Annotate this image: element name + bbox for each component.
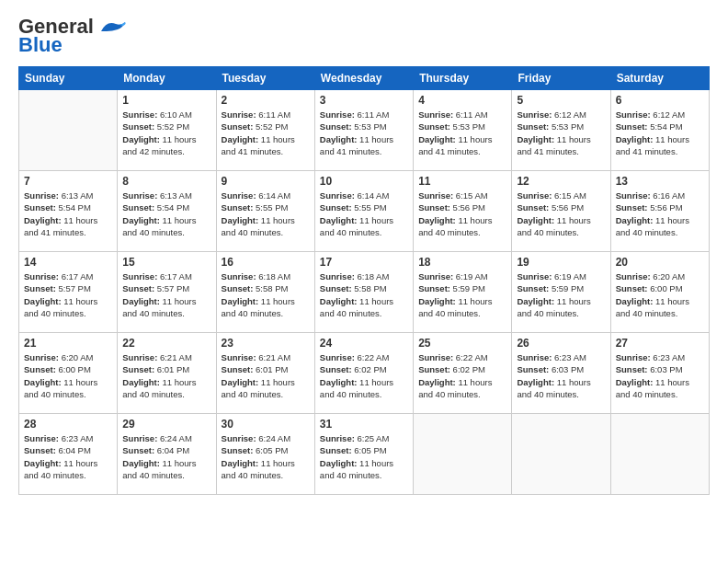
day-info: Sunrise: 6:19 AMSunset: 5:59 PMDaylight:…: [418, 270, 506, 319]
weekday-header: Wednesday: [314, 67, 413, 90]
calendar-week-row: 1Sunrise: 6:10 AMSunset: 5:52 PMDaylight…: [19, 90, 710, 171]
calendar-cell: 18Sunrise: 6:19 AMSunset: 5:59 PMDayligh…: [414, 252, 512, 333]
weekday-header: Saturday: [610, 67, 709, 90]
calendar-cell: 27Sunrise: 6:23 AMSunset: 6:03 PMDayligh…: [610, 333, 709, 414]
day-info: Sunrise: 6:21 AMSunset: 6:01 PMDaylight:…: [122, 351, 210, 400]
calendar-cell: 20Sunrise: 6:20 AMSunset: 6:00 PMDayligh…: [610, 252, 709, 333]
day-number: 2: [222, 94, 310, 107]
calendar-cell: 5Sunrise: 6:12 AMSunset: 5:53 PMDaylight…: [512, 90, 610, 171]
calendar-cell: 2Sunrise: 6:11 AMSunset: 5:52 PMDaylight…: [216, 90, 314, 171]
calendar-cell: 31Sunrise: 6:25 AMSunset: 6:05 PMDayligh…: [314, 414, 413, 495]
calendar-cell: [414, 414, 512, 495]
calendar-cell: 28Sunrise: 6:23 AMSunset: 6:04 PMDayligh…: [19, 414, 118, 495]
logo-blue: Blue: [18, 33, 63, 57]
weekday-header: Monday: [118, 67, 216, 90]
calendar-cell: 10Sunrise: 6:14 AMSunset: 5:55 PMDayligh…: [314, 171, 413, 252]
day-info: Sunrise: 6:11 AMSunset: 5:53 PMDaylight:…: [418, 109, 506, 157]
day-info: Sunrise: 6:17 AMSunset: 5:57 PMDaylight:…: [122, 270, 210, 319]
day-number: 9: [222, 175, 310, 188]
calendar-cell: 16Sunrise: 6:18 AMSunset: 5:58 PMDayligh…: [216, 252, 314, 333]
day-number: 16: [222, 256, 310, 269]
day-info: Sunrise: 6:15 AMSunset: 5:56 PMDaylight:…: [517, 190, 605, 238]
calendar-cell: 13Sunrise: 6:16 AMSunset: 5:56 PMDayligh…: [610, 171, 709, 252]
calendar-cell: 8Sunrise: 6:13 AMSunset: 5:54 PMDaylight…: [118, 171, 216, 252]
calendar-cell: 15Sunrise: 6:17 AMSunset: 5:57 PMDayligh…: [118, 252, 216, 333]
calendar-cell: [610, 414, 709, 495]
calendar-body: 1Sunrise: 6:10 AMSunset: 5:52 PMDaylight…: [19, 90, 710, 495]
day-number: 12: [517, 175, 605, 188]
header: General Blue: [18, 15, 710, 57]
day-info: Sunrise: 6:18 AMSunset: 5:58 PMDaylight:…: [222, 270, 310, 319]
day-info: Sunrise: 6:22 AMSunset: 6:02 PMDaylight:…: [418, 351, 506, 400]
calendar-week-row: 14Sunrise: 6:17 AMSunset: 5:57 PMDayligh…: [19, 252, 710, 333]
calendar-cell: 6Sunrise: 6:12 AMSunset: 5:54 PMDaylight…: [610, 90, 709, 171]
day-info: Sunrise: 6:13 AMSunset: 5:54 PMDaylight:…: [122, 190, 210, 238]
day-number: 5: [517, 94, 605, 107]
day-number: 21: [24, 337, 112, 350]
calendar-cell: 29Sunrise: 6:24 AMSunset: 6:04 PMDayligh…: [118, 414, 216, 495]
day-number: 8: [122, 175, 210, 188]
day-info: Sunrise: 6:14 AMSunset: 5:55 PMDaylight:…: [320, 190, 408, 238]
calendar-cell: 9Sunrise: 6:14 AMSunset: 5:55 PMDaylight…: [216, 171, 314, 252]
calendar-cell: 3Sunrise: 6:11 AMSunset: 5:53 PMDaylight…: [314, 90, 413, 171]
weekday-header: Tuesday: [216, 67, 314, 90]
day-number: 18: [418, 256, 506, 269]
day-info: Sunrise: 6:15 AMSunset: 5:56 PMDaylight:…: [418, 190, 506, 238]
day-info: Sunrise: 6:25 AMSunset: 6:05 PMDaylight:…: [320, 432, 408, 481]
day-info: Sunrise: 6:23 AMSunset: 6:04 PMDaylight:…: [24, 432, 112, 481]
weekday-header: Friday: [512, 67, 610, 90]
calendar-cell: [512, 414, 610, 495]
day-number: 1: [122, 94, 210, 107]
calendar-cell: 7Sunrise: 6:13 AMSunset: 5:54 PMDaylight…: [19, 171, 118, 252]
calendar-week-row: 7Sunrise: 6:13 AMSunset: 5:54 PMDaylight…: [19, 171, 710, 252]
day-info: Sunrise: 6:23 AMSunset: 6:03 PMDaylight:…: [616, 351, 704, 400]
day-info: Sunrise: 6:10 AMSunset: 5:52 PMDaylight:…: [122, 109, 210, 157]
calendar-cell: 21Sunrise: 6:20 AMSunset: 6:00 PMDayligh…: [19, 333, 118, 414]
calendar-cell: 26Sunrise: 6:23 AMSunset: 6:03 PMDayligh…: [512, 333, 610, 414]
day-info: Sunrise: 6:20 AMSunset: 6:00 PMDaylight:…: [24, 351, 112, 400]
weekday-header: Sunday: [19, 67, 118, 90]
calendar-cell: 22Sunrise: 6:21 AMSunset: 6:01 PMDayligh…: [118, 333, 216, 414]
calendar-cell: [19, 90, 118, 171]
day-info: Sunrise: 6:17 AMSunset: 5:57 PMDaylight:…: [24, 270, 112, 319]
calendar-cell: 25Sunrise: 6:22 AMSunset: 6:02 PMDayligh…: [414, 333, 512, 414]
day-number: 7: [24, 175, 112, 188]
calendar-cell: 19Sunrise: 6:19 AMSunset: 5:59 PMDayligh…: [512, 252, 610, 333]
day-info: Sunrise: 6:14 AMSunset: 5:55 PMDaylight:…: [222, 190, 310, 238]
day-number: 14: [24, 256, 112, 269]
calendar-table: SundayMondayTuesdayWednesdayThursdayFrid…: [18, 66, 710, 495]
day-info: Sunrise: 6:16 AMSunset: 5:56 PMDaylight:…: [616, 190, 704, 238]
day-number: 25: [418, 337, 506, 350]
day-number: 13: [616, 175, 704, 188]
day-number: 24: [320, 337, 408, 350]
day-number: 17: [320, 256, 408, 269]
calendar-header-row: SundayMondayTuesdayWednesdayThursdayFrid…: [19, 67, 710, 90]
day-number: 11: [418, 175, 506, 188]
day-number: 27: [616, 337, 704, 350]
calendar-week-row: 21Sunrise: 6:20 AMSunset: 6:00 PMDayligh…: [19, 333, 710, 414]
day-number: 28: [24, 418, 112, 431]
calendar-cell: 11Sunrise: 6:15 AMSunset: 5:56 PMDayligh…: [414, 171, 512, 252]
logo: General Blue: [18, 15, 127, 57]
day-number: 23: [222, 337, 310, 350]
calendar-cell: 12Sunrise: 6:15 AMSunset: 5:56 PMDayligh…: [512, 171, 610, 252]
day-number: 20: [616, 256, 704, 269]
calendar-cell: 30Sunrise: 6:24 AMSunset: 6:05 PMDayligh…: [216, 414, 314, 495]
day-info: Sunrise: 6:24 AMSunset: 6:04 PMDaylight:…: [122, 432, 210, 481]
day-number: 29: [122, 418, 210, 431]
calendar-cell: 24Sunrise: 6:22 AMSunset: 6:02 PMDayligh…: [314, 333, 413, 414]
day-number: 26: [517, 337, 605, 350]
day-number: 6: [616, 94, 704, 107]
day-info: Sunrise: 6:20 AMSunset: 6:00 PMDaylight:…: [616, 270, 704, 319]
day-info: Sunrise: 6:13 AMSunset: 5:54 PMDaylight:…: [24, 190, 112, 238]
calendar-week-row: 28Sunrise: 6:23 AMSunset: 6:04 PMDayligh…: [19, 414, 710, 495]
day-number: 22: [122, 337, 210, 350]
day-info: Sunrise: 6:23 AMSunset: 6:03 PMDaylight:…: [517, 351, 605, 400]
day-number: 4: [418, 94, 506, 107]
day-info: Sunrise: 6:18 AMSunset: 5:58 PMDaylight:…: [320, 270, 408, 319]
day-info: Sunrise: 6:11 AMSunset: 5:53 PMDaylight:…: [320, 109, 408, 157]
day-number: 3: [320, 94, 408, 107]
day-info: Sunrise: 6:24 AMSunset: 6:05 PMDaylight:…: [222, 432, 310, 481]
weekday-header: Thursday: [414, 67, 512, 90]
day-info: Sunrise: 6:12 AMSunset: 5:54 PMDaylight:…: [616, 109, 704, 157]
